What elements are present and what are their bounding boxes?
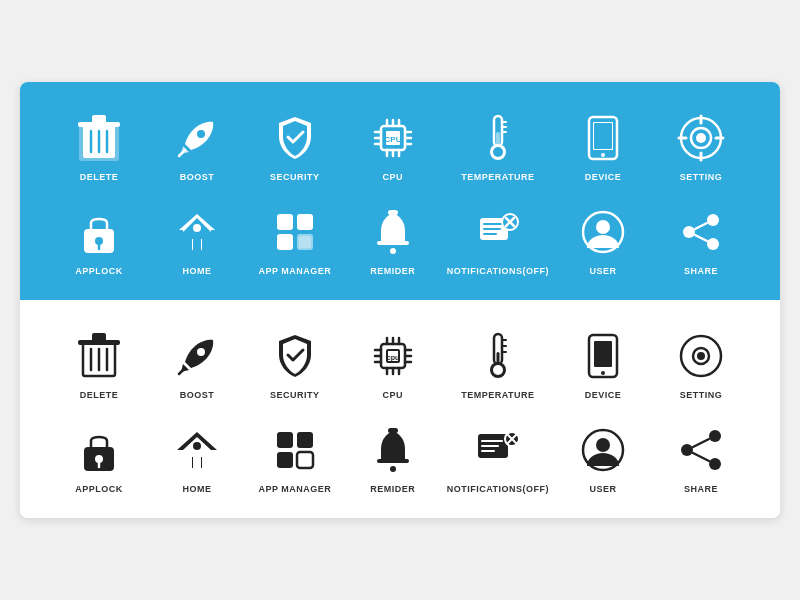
svg-rect-110 — [297, 432, 313, 448]
user-icon-white — [577, 424, 629, 476]
icon-cell-user-blue: USER — [554, 196, 652, 290]
icon-cell-appmanager-white: APP MANAGER — [246, 414, 344, 508]
security-label-white: SECURITY — [270, 390, 320, 400]
icon-cell-notifications-white: NOTIFICATIONS(OFF) — [442, 414, 554, 508]
icon-cell-share-blue: SHARE — [652, 196, 750, 290]
blue-icon-section: DELETE BOOST — [20, 82, 780, 300]
delete-icon-blue — [73, 112, 125, 164]
home-label-blue: HOME — [182, 266, 211, 276]
home-icon-blue — [171, 206, 223, 258]
svg-point-35 — [601, 153, 605, 157]
svg-text:cpu: cpu — [387, 354, 399, 362]
svg-point-65 — [683, 226, 695, 238]
setting-label-blue: SETTING — [680, 172, 723, 182]
icon-cell-temp-white: TEMPERATURE — [442, 320, 554, 414]
cpu-label-blue: CPU — [383, 172, 404, 182]
security-label-blue: SECURITY — [270, 172, 320, 182]
icon-showcase-card: DELETE BOOST — [20, 82, 780, 518]
svg-rect-25 — [496, 132, 500, 146]
svg-point-108 — [193, 442, 201, 450]
icon-cell-home-white: HOME — [148, 414, 246, 508]
white-icon-grid: DELETE BOOST — [50, 320, 750, 508]
svg-text:CPU: CPU — [384, 135, 401, 144]
icon-cell-remider-blue: REMIDER — [344, 196, 442, 290]
remider-label-blue: REMIDER — [370, 266, 415, 276]
delete-label-white: DELETE — [80, 390, 119, 400]
notifications-icon-blue — [472, 206, 524, 258]
svg-line-67 — [695, 223, 707, 229]
cpu-icon-white: cpu — [367, 330, 419, 382]
svg-line-68 — [695, 235, 707, 241]
appmanager-icon-blue — [269, 206, 321, 258]
notifications-label-white: NOTIFICATIONS(OFF) — [447, 484, 549, 494]
svg-point-27 — [493, 147, 503, 157]
icon-cell-setting-blue: SETTING — [652, 102, 750, 196]
remider-icon-white — [367, 424, 419, 476]
svg-point-127 — [709, 458, 721, 470]
svg-point-75 — [197, 348, 205, 356]
remider-label-white: REMIDER — [370, 484, 415, 494]
svg-point-46 — [193, 224, 201, 232]
svg-point-124 — [596, 438, 610, 452]
svg-rect-71 — [92, 333, 106, 342]
applock-icon-white — [73, 424, 125, 476]
svg-line-129 — [693, 453, 709, 461]
icon-cell-delete-white: DELETE — [50, 320, 148, 414]
user-label-blue: USER — [590, 266, 617, 276]
home-icon-white — [171, 424, 223, 476]
security-icon-blue — [269, 112, 321, 164]
icon-cell-setting-white: SETTING — [652, 320, 750, 414]
svg-rect-111 — [277, 452, 293, 468]
device-label-white: DEVICE — [585, 390, 622, 400]
temperature-icon-blue — [472, 112, 524, 164]
svg-rect-113 — [377, 459, 409, 463]
svg-point-101 — [601, 371, 605, 375]
icon-cell-home-blue: HOME — [148, 196, 246, 290]
icon-cell-appmanager-blue: APP MANAGER — [246, 196, 344, 290]
applock-label-white: APPLOCK — [75, 484, 123, 494]
blue-icon-grid: DELETE BOOST — [50, 102, 750, 290]
notifications-label-blue: NOTIFICATIONS(OFF) — [447, 266, 549, 276]
delete-label-blue: DELETE — [80, 172, 119, 182]
share-icon-blue — [675, 206, 727, 258]
svg-point-54 — [390, 248, 396, 254]
remider-icon-blue — [367, 206, 419, 258]
user-icon-blue — [577, 206, 629, 258]
delete-icon-white — [73, 330, 125, 382]
svg-rect-3 — [92, 115, 106, 124]
svg-rect-49 — [277, 234, 293, 250]
icon-cell-temp-blue: TEMPERATURE — [442, 102, 554, 196]
temperature-icon-white — [472, 330, 524, 382]
svg-point-104 — [697, 352, 705, 360]
boost-label-white: BOOST — [180, 390, 215, 400]
applock-label-blue: APPLOCK — [75, 266, 123, 276]
icon-cell-boost-blue: BOOST — [148, 102, 246, 196]
svg-rect-48 — [297, 214, 313, 230]
svg-point-66 — [707, 238, 719, 250]
icon-cell-applock-white: APPLOCK — [50, 414, 148, 508]
cpu-label-white: CPU — [383, 390, 404, 400]
svg-rect-112 — [297, 452, 313, 468]
icon-cell-device-white: DEVICE — [554, 320, 652, 414]
svg-line-128 — [693, 439, 709, 447]
svg-point-126 — [681, 444, 693, 456]
icon-cell-boost-white: BOOST — [148, 320, 246, 414]
temp-label-white: TEMPERATURE — [461, 390, 534, 400]
svg-rect-51 — [299, 236, 311, 248]
icon-cell-remider-white: REMIDER — [344, 414, 442, 508]
svg-point-115 — [390, 466, 396, 472]
svg-rect-100 — [594, 341, 612, 367]
icon-cell-cpu-white: cpu CPU — [344, 320, 442, 414]
share-icon-white — [675, 424, 727, 476]
icon-cell-cpu-blue: CPU CPU — [344, 102, 442, 196]
device-label-blue: DEVICE — [585, 172, 622, 182]
device-icon-white — [577, 330, 629, 382]
svg-rect-114 — [388, 428, 398, 433]
share-label-white: SHARE — [684, 484, 718, 494]
svg-point-95 — [493, 365, 503, 375]
icon-cell-delete-blue: DELETE — [50, 102, 148, 196]
icon-cell-user-white: USER — [554, 414, 652, 508]
svg-point-7 — [197, 130, 205, 138]
svg-point-63 — [596, 220, 610, 234]
boost-icon-blue — [171, 112, 223, 164]
